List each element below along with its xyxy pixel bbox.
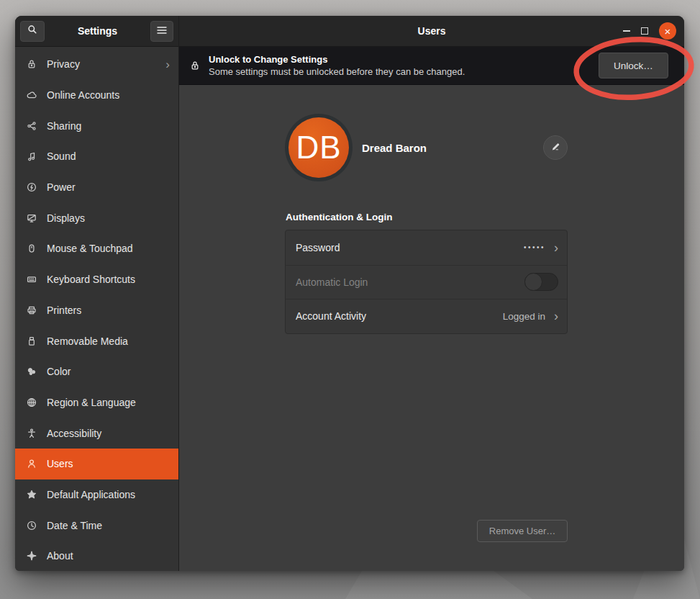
hamburger-menu-icon bbox=[157, 24, 167, 37]
sidebar-item-privacy[interactable]: Privacy › bbox=[15, 49, 178, 80]
sidebar-item-power[interactable]: Power bbox=[15, 172, 178, 203]
lock-icon bbox=[188, 60, 201, 72]
minimize-icon bbox=[623, 30, 630, 32]
cloud-icon bbox=[25, 89, 37, 102]
close-button[interactable]: × bbox=[659, 22, 676, 40]
sidebar-item-keyboard-shortcuts[interactable]: Keyboard Shortcuts bbox=[15, 264, 178, 295]
sidebar-item-removable-media[interactable]: Removable Media bbox=[15, 325, 178, 356]
display-icon bbox=[25, 212, 37, 224]
search-icon bbox=[27, 24, 38, 38]
automatic-login-label: Automatic Login bbox=[296, 276, 368, 288]
sidebar-item-users[interactable]: Users bbox=[15, 449, 178, 479]
user-full-name: Dread Baron bbox=[362, 142, 427, 154]
flash-drive-icon bbox=[25, 335, 37, 347]
sidebar-item-displays[interactable]: Displays bbox=[15, 202, 178, 233]
account-activity-value: Logged in bbox=[503, 311, 545, 322]
sidebar-item-color[interactable]: Color bbox=[15, 356, 178, 387]
printer-icon bbox=[25, 304, 37, 316]
unlock-button[interactable]: Unlock… bbox=[599, 53, 668, 78]
banner-text: Unlock to Change Settings Some settings … bbox=[209, 54, 465, 77]
sidebar-title: Settings bbox=[78, 25, 117, 37]
banner-title: Unlock to Change Settings bbox=[209, 54, 465, 65]
unlock-banner: Unlock to Change Settings Some settings … bbox=[179, 47, 684, 85]
pencil-icon bbox=[550, 141, 561, 155]
toggle-knob bbox=[524, 273, 542, 291]
chevron-right-icon: › bbox=[554, 310, 558, 323]
star-icon bbox=[25, 488, 37, 500]
color-icon bbox=[25, 366, 37, 378]
banner-subtitle: Some settings must be unlocked before th… bbox=[209, 66, 465, 77]
chevron-right-icon: › bbox=[554, 241, 558, 254]
avatar[interactable]: DB bbox=[285, 114, 353, 181]
sidebar-item-mouse-touchpad[interactable]: Mouse & Touchpad bbox=[15, 233, 178, 264]
profile-row: DB Dread Baron bbox=[285, 114, 568, 181]
users-content: DB Dread Baron Authentication & Login Pa… bbox=[179, 85, 684, 571]
automatic-login-toggle[interactable] bbox=[524, 273, 558, 291]
chevron-right-icon: › bbox=[165, 58, 170, 71]
sidebar-item-accessibility[interactable]: Accessibility bbox=[15, 418, 178, 449]
sidebar-list: Privacy › Online Accounts Sharing Sound … bbox=[15, 47, 178, 571]
auth-listbox: Password ••••• › Automatic Login Account… bbox=[285, 230, 568, 334]
sidebar-item-region-language[interactable]: Region & Language bbox=[15, 387, 178, 418]
accessibility-icon bbox=[25, 427, 37, 439]
clock-icon bbox=[25, 519, 37, 531]
search-button[interactable] bbox=[20, 21, 45, 42]
edit-name-button[interactable] bbox=[543, 135, 568, 160]
sidebar-item-sound[interactable]: Sound bbox=[15, 141, 178, 172]
account-activity-label: Account Activity bbox=[296, 310, 366, 322]
primary-menu-button[interactable] bbox=[150, 21, 173, 42]
lock-icon bbox=[25, 58, 37, 71]
main-headerbar: Users × bbox=[179, 16, 684, 47]
music-note-icon bbox=[25, 150, 37, 163]
close-icon: × bbox=[665, 26, 671, 37]
section-title: Authentication & Login bbox=[286, 212, 392, 222]
sidebar-headerbar: Settings bbox=[15, 16, 178, 47]
window-controls: × bbox=[623, 16, 676, 46]
sidebar-item-default-applications[interactable]: Default Applications bbox=[15, 479, 178, 510]
automatic-login-row: Automatic Login bbox=[286, 265, 567, 300]
maximize-icon bbox=[641, 27, 648, 35]
sidebar: Settings Privacy › Online Accounts bbox=[15, 16, 179, 571]
settings-window: Settings Privacy › Online Accounts bbox=[15, 16, 684, 571]
password-dots: ••••• bbox=[524, 243, 545, 251]
keyboard-icon bbox=[25, 274, 37, 286]
sidebar-item-printers[interactable]: Printers bbox=[15, 295, 178, 326]
account-activity-row[interactable]: Account Activity Logged in › bbox=[286, 299, 567, 333]
sidebar-item-sharing[interactable]: Sharing bbox=[15, 110, 178, 141]
remove-user-button[interactable]: Remove User… bbox=[477, 520, 568, 542]
main-panel: Users × Unlock to Change Settings Some s… bbox=[179, 16, 684, 571]
minimize-button[interactable] bbox=[623, 30, 630, 32]
avatar-initials: DB bbox=[288, 117, 349, 178]
password-row[interactable]: Password ••••• › bbox=[286, 230, 567, 265]
power-icon bbox=[25, 181, 37, 194]
about-star-icon bbox=[25, 550, 37, 562]
sidebar-item-date-time[interactable]: Date & Time bbox=[15, 510, 178, 541]
users-icon bbox=[25, 458, 37, 470]
share-icon bbox=[25, 120, 37, 132]
sidebar-item-about[interactable]: About bbox=[15, 541, 178, 571]
maximize-button[interactable] bbox=[641, 27, 648, 35]
page-title: Users bbox=[418, 25, 446, 37]
password-label: Password bbox=[296, 242, 340, 253]
globe-icon bbox=[25, 396, 37, 408]
mouse-icon bbox=[25, 243, 37, 255]
sidebar-item-online-accounts[interactable]: Online Accounts bbox=[15, 80, 178, 111]
